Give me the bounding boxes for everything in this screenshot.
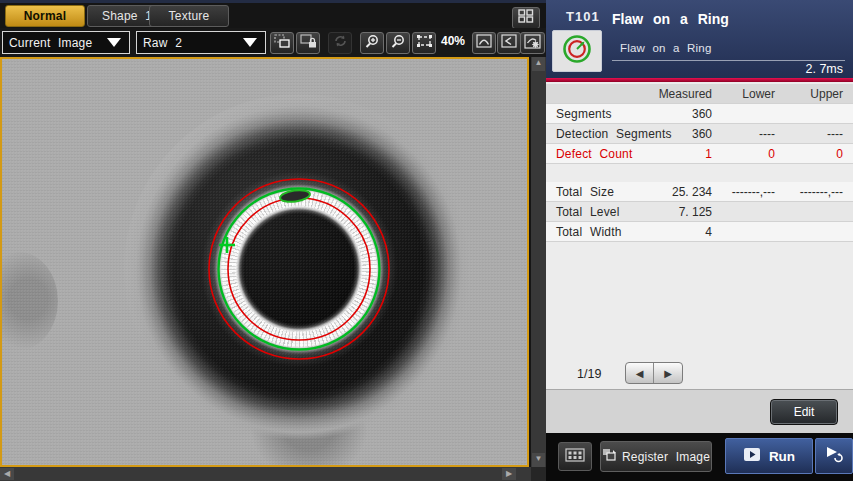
grid-layout-icon [518, 9, 534, 27]
scroll-down-icon[interactable]: ▼ [532, 453, 545, 467]
results-footer: Edit [546, 389, 853, 433]
register-image-icon [602, 448, 617, 465]
action-bar: Register Image Run [546, 433, 853, 481]
image-mode-dropdown[interactable]: Raw 2 [136, 31, 266, 54]
inspection-overlay [2, 59, 527, 465]
tool-thumbnail[interactable] [552, 30, 602, 72]
scroll-left-icon[interactable]: ◀ [0, 468, 14, 480]
row-label: Total Size [556, 185, 614, 199]
inner-search-circle [228, 198, 370, 340]
flaw-ring-tool-icon [559, 32, 595, 70]
region-lock-button[interactable] [296, 32, 320, 54]
table-row[interactable]: Total Size 25. 234 -------,--- -------,-… [546, 182, 853, 202]
profile-display-button[interactable] [472, 32, 496, 54]
horizontal-scrollbar[interactable]: ◀ ▶ [0, 467, 531, 481]
zoom-out-button[interactable] [386, 32, 410, 54]
vertical-scrollbar[interactable]: ▲ ▼ [531, 57, 546, 467]
refresh-button [328, 32, 352, 54]
image-pane: Normal Shape 1 Texture Current Image [0, 0, 546, 481]
edge-display-button[interactable] [497, 32, 521, 54]
row-upper: -------,--- [800, 185, 843, 199]
angle-polyline-icon [501, 34, 517, 52]
image-source-dropdown[interactable]: Current Image [2, 31, 130, 54]
transform-region-icon [274, 34, 291, 53]
col-lower: Lower [742, 87, 775, 101]
row-measured: 25. 234 [672, 185, 712, 199]
row-upper: ---- [827, 127, 843, 141]
col-upper: Upper [810, 87, 843, 101]
lock-region-icon [300, 34, 317, 53]
results-pane: T101 Flaw on a Ring Flaw on a Ring 2. 7m… [546, 0, 853, 481]
table-row[interactable]: Detection Segments 360 ---- ---- [546, 124, 853, 144]
outer-search-circle [209, 179, 389, 359]
zoom-in-button[interactable] [360, 32, 384, 54]
image-mode-value: Raw 2 [143, 36, 182, 50]
row-label: Segments [556, 107, 612, 121]
image-source-value: Current Image [9, 36, 92, 50]
tab-normal[interactable]: Normal [5, 5, 85, 27]
row-lower: 0 [768, 147, 775, 161]
table-row[interactable]: Total Width 4 [546, 222, 853, 242]
row-upper: 0 [836, 147, 843, 161]
row-measured: 1 [705, 147, 712, 161]
zoom-level-value: 40% [437, 34, 469, 48]
col-measured: Measured [659, 87, 712, 101]
detected-edge-circle [219, 189, 380, 350]
register-image-label: Register Image [622, 450, 710, 464]
vision-inspection-app: Normal Shape 1 Texture Current Image [0, 0, 853, 481]
tool-title: Flaw on a Ring [612, 11, 729, 27]
scroll-up-icon[interactable]: ▲ [532, 57, 545, 71]
table-row[interactable]: Total Level 7. 125 [546, 202, 853, 222]
region-adjust-button[interactable] [270, 32, 294, 54]
register-image-button[interactable]: Register Image [600, 441, 712, 472]
row-label: Total Width [556, 225, 622, 239]
fit-to-window-button[interactable] [412, 32, 436, 54]
page-indicator: 1/19 [577, 367, 601, 381]
table-row[interactable]: Segments 360 [546, 104, 853, 124]
zoom-in-icon [364, 34, 380, 53]
chevron-down-icon [107, 38, 121, 47]
scroll-right-icon[interactable]: ▶ [502, 468, 516, 480]
next-page-button[interactable]: ▶ [654, 363, 682, 383]
image-toolbar: Current Image Raw 2 [0, 28, 546, 57]
display-settings-button[interactable] [520, 32, 545, 54]
tab-texture[interactable]: Texture [149, 5, 229, 27]
tool-subtitle: Flaw on a Ring [620, 42, 712, 54]
row-measured: 7. 125 [679, 205, 712, 219]
edit-button[interactable]: Edit [770, 399, 838, 425]
scrollbar-corner [531, 467, 546, 481]
tool-id: T101 [566, 9, 600, 24]
run-label: Run [769, 449, 795, 464]
processing-time: 2. 7ms [805, 62, 843, 76]
row-label: Defect Count [556, 147, 632, 161]
run-mode-button[interactable] [815, 438, 853, 474]
row-measured: 360 [692, 127, 712, 141]
run-button[interactable]: Run [725, 438, 813, 474]
table-row-defect-count[interactable]: Defect Count 1 0 0 [546, 144, 853, 164]
chevron-down-icon [243, 38, 257, 47]
row-measured: 4 [705, 225, 712, 239]
prev-page-button[interactable]: ◀ [626, 363, 654, 383]
view-tab-bar: Normal Shape 1 Texture [0, 3, 546, 28]
refresh-icon [333, 34, 348, 52]
run-play-icon [743, 447, 761, 465]
camera-image-viewport[interactable] [0, 57, 529, 467]
gear-curve-icon [524, 34, 541, 53]
thumbnail-grid-icon [565, 448, 585, 466]
header-divider [612, 60, 845, 61]
row-measured: 360 [692, 107, 712, 121]
row-lower: ---- [759, 127, 775, 141]
row-label: Detection Segments [556, 127, 672, 141]
window-layout-button[interactable] [512, 7, 540, 29]
run-mode-icon [824, 445, 844, 467]
row-label: Total Level [556, 205, 620, 219]
table-header-row: Measured Lower Upper [546, 84, 853, 104]
tool-header: T101 Flaw on a Ring Flaw on a Ring 2. 7m… [546, 0, 853, 78]
profile-curve-icon [476, 34, 492, 52]
zoom-out-icon [390, 34, 406, 53]
image-list-button[interactable] [558, 442, 592, 471]
row-lower: -------,--- [732, 185, 775, 199]
results-table: Measured Lower Upper Segments 360 Detect… [546, 82, 853, 389]
page-navigation: ◀ ▶ [625, 362, 683, 384]
fit-screen-icon [416, 34, 433, 52]
